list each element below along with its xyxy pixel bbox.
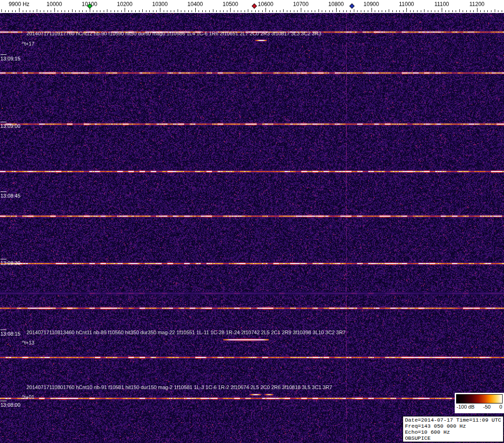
time-label-group: 13:08:00: [0, 401, 20, 408]
blue-diamond-marker-icon[interactable]: [349, 3, 354, 8]
time-label: 13:08:15: [0, 331, 20, 337]
frequency-ruler: 9900 Hz100001010010200103001040010500106…: [0, 0, 504, 13]
time-label: 13:09:15: [0, 56, 20, 61]
freq-tick-label: 9900 Hz: [9, 1, 30, 7]
freq-tick-label: 10900: [364, 1, 379, 7]
time-label-group: 13:08:15: [0, 330, 20, 337]
meteor-event-tag: ^t+01: [22, 394, 34, 400]
info-box: Date=2014-07-17 Time=11:09 UTCFreq=143 0…: [403, 416, 504, 442]
info-line: Freq=143 050 000 Hz: [405, 423, 501, 429]
meteor-event-annotation: 20140717110801760 hCnt10 nb-91 f10581 hi…: [27, 384, 332, 390]
waterfall-spectrogram-canvas[interactable]: [0, 0, 504, 443]
freq-tick-label: 11100: [434, 1, 449, 7]
freq-tick-label: 10000: [46, 1, 62, 7]
colorbar-min-label: -100 dB: [457, 404, 475, 410]
time-label-group: 13:09:00: [0, 122, 20, 129]
time-label-group: 13:08:45: [0, 192, 20, 198]
time-label: 13:08:30: [0, 260, 20, 266]
freq-tick-label: 10500: [223, 1, 238, 7]
freq-tick-label: 10800: [328, 1, 344, 7]
colorbar-mid-label: -50: [483, 404, 491, 410]
colorbar-gradient: [456, 394, 503, 403]
intensity-colorbar: -100 dB -50 0: [455, 393, 504, 413]
time-label-group: 13:08:30: [0, 259, 20, 266]
info-line: Date=2014-07-17 Time=11:09 UTC: [405, 417, 501, 423]
meteor-event-annotation: 20140717110917760 hCnt12 nb-90 f10590 hi…: [27, 31, 321, 36]
info-line: Echo=10 600 Hz: [405, 429, 501, 435]
meteor-event-tag: ^t+13: [22, 340, 34, 345]
time-tick-mark: [0, 330, 7, 330]
spectrogram-app: 9900 Hz100001010010200103001040010500106…: [0, 0, 504, 443]
meteor-event-annotation: 20140717110813460 hCnt11 nb-89 f10560 hi…: [27, 330, 345, 335]
freq-tick-label: 10200: [117, 1, 133, 7]
time-tick-mark: [0, 192, 7, 192]
freq-tick-label: 11000: [399, 1, 414, 7]
freq-tick-label: 10700: [293, 1, 308, 7]
time-tick-mark: [0, 401, 7, 401]
time-label: 13:08:00: [0, 402, 20, 408]
red-diamond-marker-icon[interactable]: [252, 3, 257, 8]
colorbar-labels: -100 dB -50 0: [456, 404, 503, 410]
info-line: OBSUPICE: [405, 435, 501, 441]
time-label: 13:08:45: [0, 193, 20, 198]
time-label-group: 13:09:15: [0, 54, 20, 61]
time-tick-mark: [0, 122, 7, 122]
freq-tick-label: 10400: [187, 1, 203, 7]
freq-tick-label: 10600: [258, 1, 273, 7]
colorbar-max-label: 0: [499, 404, 502, 410]
time-tick-mark: [0, 259, 7, 259]
meteor-event-tag: ^t+17: [22, 41, 34, 46]
freq-tick-label: 10300: [152, 1, 167, 7]
time-tick-mark: [0, 54, 7, 55]
time-label: 13:09:00: [0, 123, 20, 129]
freq-tick-label: 11200: [470, 1, 484, 7]
